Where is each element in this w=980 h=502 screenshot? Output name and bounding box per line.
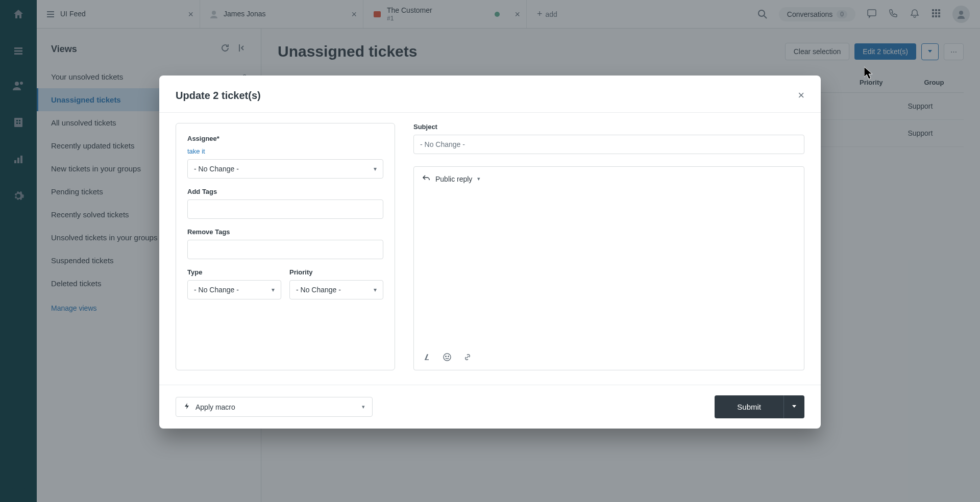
chevron-down-icon: ▾ (477, 175, 480, 182)
emoji-icon[interactable] (443, 353, 452, 364)
reply-arrow-icon (422, 174, 430, 184)
subject-input[interactable]: - No Change - (413, 135, 804, 154)
modal-left-panel: Assignee* take it - No Change - ▾ Add Ta… (176, 123, 395, 370)
type-label: Type (187, 268, 281, 276)
reply-textarea[interactable] (414, 191, 804, 346)
chevron-down-icon: ▾ (374, 286, 377, 293)
modal-close-icon[interactable]: × (798, 89, 804, 102)
modal-header: Update 2 ticket(s) × (159, 76, 821, 113)
type-select[interactable]: - No Change - ▾ (187, 280, 281, 299)
subject-label: Subject (413, 123, 804, 131)
modal-right-panel: Subject - No Change - Public reply ▾ (413, 123, 804, 370)
modal-overlay: Update 2 ticket(s) × Assignee* take it -… (0, 0, 980, 502)
priority-select[interactable]: - No Change - ▾ (289, 280, 383, 299)
chevron-down-icon: ▾ (362, 404, 365, 410)
apply-macro-button[interactable]: Apply macro ▾ (176, 397, 373, 417)
svg-point-34 (446, 356, 447, 357)
type-value: - No Change - (194, 286, 239, 294)
svg-point-35 (448, 356, 449, 357)
format-icon[interactable] (422, 353, 431, 364)
reply-type-label: Public reply (435, 175, 472, 183)
lightning-icon (183, 403, 190, 411)
priority-label: Priority (289, 268, 383, 276)
submit-button[interactable]: Submit (715, 395, 783, 418)
reply-box: Public reply ▾ (413, 166, 804, 370)
add-tags-input[interactable] (187, 199, 383, 219)
modal-body: Assignee* take it - No Change - ▾ Add Ta… (159, 113, 821, 385)
submit-group: Submit (715, 395, 804, 418)
add-tags-label: Add Tags (187, 188, 383, 195)
chevron-down-icon: ▾ (272, 286, 275, 293)
submit-dropdown-button[interactable] (783, 395, 804, 418)
modal-footer: Apply macro ▾ Submit (159, 385, 821, 429)
svg-point-33 (444, 354, 451, 361)
svg-marker-36 (185, 403, 189, 409)
modal-title: Update 2 ticket(s) (176, 90, 261, 102)
update-tickets-modal: Update 2 ticket(s) × Assignee* take it -… (159, 76, 821, 429)
remove-tags-label: Remove Tags (187, 228, 383, 236)
svg-marker-37 (792, 405, 796, 408)
assignee-value: - No Change - (194, 165, 239, 173)
take-it-link[interactable]: take it (187, 147, 205, 155)
apply-macro-label: Apply macro (195, 403, 235, 411)
link-icon[interactable] (463, 353, 472, 364)
reply-toolbar (414, 346, 804, 370)
priority-value: - No Change - (296, 286, 341, 294)
remove-tags-input[interactable] (187, 240, 383, 259)
assignee-select[interactable]: - No Change - ▾ (187, 159, 383, 179)
reply-type-selector[interactable]: Public reply ▾ (414, 167, 804, 191)
assignee-label: Assignee* (187, 135, 383, 142)
chevron-down-icon: ▾ (374, 165, 377, 172)
